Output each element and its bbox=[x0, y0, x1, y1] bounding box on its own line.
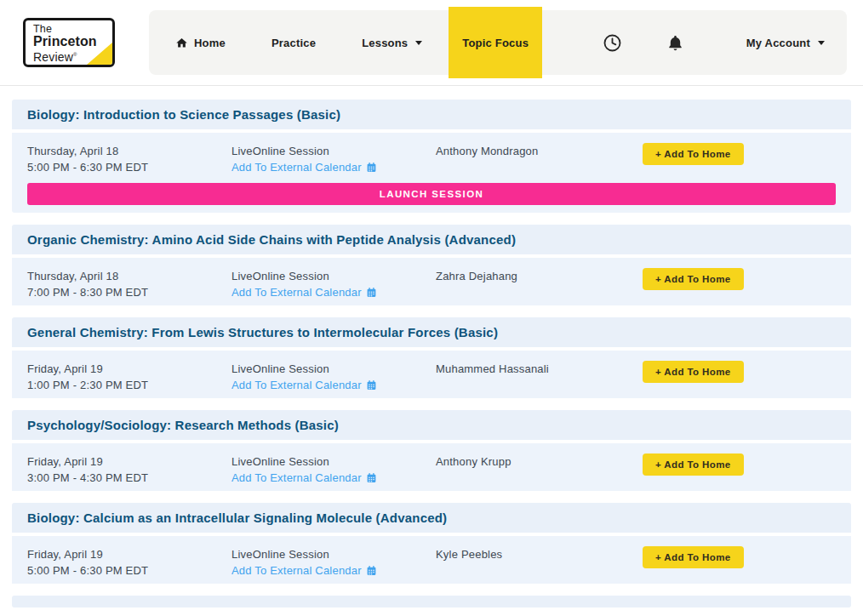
nav-item-lessons-label: Lessons bbox=[362, 37, 408, 49]
session-time: 7:00 PM - 8:30 PM EDT bbox=[27, 284, 231, 300]
session-date: Friday, April 19 bbox=[27, 453, 231, 470]
session-datetime: Friday, April 19 1:00 PM - 2:30 PM EDT bbox=[27, 361, 231, 393]
clock-icon bbox=[603, 33, 622, 53]
session-title: Psychology/Sociology: Research Methods (… bbox=[12, 410, 851, 440]
session-details: Thursday, April 18 5:00 PM - 6:30 PM EDT… bbox=[12, 133, 851, 180]
calendar-icon bbox=[366, 162, 377, 173]
session-delivery: LiveOnline Session Add To External Calen… bbox=[231, 361, 436, 393]
nav-item-topic-focus-label: Topic Focus bbox=[462, 37, 529, 49]
session-card: Organic Chemistry: Amino Acid Side Chain… bbox=[12, 225, 851, 305]
session-title: Organic Chemistry: Amino Acid Side Chain… bbox=[12, 225, 851, 254]
session-type: LiveOnline Session bbox=[231, 453, 436, 470]
session-time: 5:00 PM - 6:30 PM EDT bbox=[27, 562, 231, 579]
notifications-button[interactable] bbox=[661, 29, 689, 57]
session-date: Friday, April 19 bbox=[27, 361, 231, 377]
session-details: Friday, April 19 5:00 PM - 6:30 PM EDT L… bbox=[12, 536, 851, 584]
session-instructor: Anthony Krupp bbox=[436, 453, 643, 486]
add-to-external-calendar-label: Add To External Calendar bbox=[231, 470, 362, 486]
add-to-external-calendar-link[interactable]: Add To External Calendar bbox=[231, 470, 377, 486]
launch-session-button[interactable]: LAUNCH SESSION bbox=[27, 183, 836, 205]
session-instructor: Muhammed Hassanali bbox=[436, 361, 643, 393]
session-time: 3:00 PM - 4:30 PM EDT bbox=[27, 470, 231, 486]
calendar-icon bbox=[366, 287, 377, 298]
session-delivery: LiveOnline Session Add To External Calen… bbox=[231, 453, 436, 486]
session-details: Thursday, April 18 7:00 PM - 8:30 PM EDT… bbox=[12, 258, 851, 305]
home-icon bbox=[175, 37, 188, 49]
calendar-icon bbox=[366, 472, 377, 483]
calendar-icon bbox=[366, 565, 377, 576]
main-nav: Home Practice Lessons Topic Focus bbox=[149, 10, 847, 75]
princeton-review-logo[interactable]: The Princeton Review® bbox=[23, 18, 115, 67]
session-details: Friday, April 19 3:00 PM - 4:30 PM EDT L… bbox=[12, 443, 851, 491]
nav-item-practice-label: Practice bbox=[271, 37, 316, 49]
session-title: General Chemistry: From Lewis Structures… bbox=[12, 317, 851, 347]
session-card: Biology: Introduction to Science Passage… bbox=[12, 100, 851, 213]
session-type: LiveOnline Session bbox=[231, 361, 436, 377]
session-time: 5:00 PM - 6:30 PM EDT bbox=[27, 159, 231, 175]
session-title: Biology: Calcium as an Intracellular Sig… bbox=[12, 503, 851, 533]
my-account-menu[interactable]: My Account bbox=[723, 37, 843, 49]
session-date: Friday, April 19 bbox=[27, 546, 231, 562]
nav-item-topic-focus[interactable]: Topic Focus bbox=[449, 7, 542, 78]
logo-yellow-triangle bbox=[87, 43, 112, 65]
session-card: Biology: Calcium as an Intracellular Sig… bbox=[12, 503, 851, 584]
nav-item-home[interactable]: Home bbox=[152, 37, 249, 49]
session-title: Biology: Introduction to Science Passage… bbox=[12, 100, 851, 129]
session-delivery: LiveOnline Session Add To External Calen… bbox=[231, 268, 436, 300]
session-type: LiveOnline Session bbox=[231, 268, 436, 284]
session-instructor: Kyle Peebles bbox=[436, 546, 643, 579]
add-to-external-calendar-link[interactable]: Add To External Calendar bbox=[231, 284, 377, 300]
session-instructor: Zahra Dejahang bbox=[436, 268, 643, 300]
session-cards-container: Biology: Introduction to Science Passage… bbox=[12, 100, 851, 584]
add-to-home-button[interactable]: + Add To Home bbox=[643, 361, 744, 383]
session-card: General Chemistry: From Lewis Structures… bbox=[12, 317, 851, 398]
add-to-external-calendar-link[interactable]: Add To External Calendar bbox=[231, 377, 377, 393]
session-delivery: LiveOnline Session Add To External Calen… bbox=[231, 143, 436, 175]
session-instructor: Anthony Mondragon bbox=[436, 143, 643, 175]
nav-item-lessons[interactable]: Lessons bbox=[339, 37, 445, 49]
session-datetime: Thursday, April 18 7:00 PM - 8:30 PM EDT bbox=[27, 268, 231, 300]
session-type: LiveOnline Session bbox=[231, 143, 436, 159]
session-list: Biology: Introduction to Science Passage… bbox=[0, 86, 863, 607]
add-to-external-calendar-link[interactable]: Add To External Calendar bbox=[231, 562, 377, 579]
session-type: LiveOnline Session bbox=[231, 546, 436, 562]
registered-mark: ® bbox=[73, 52, 77, 57]
session-card: Psychology/Sociology: Research Methods (… bbox=[12, 410, 851, 491]
add-to-home-button[interactable]: + Add To Home bbox=[643, 453, 744, 476]
session-details: Friday, April 19 1:00 PM - 2:30 PM EDT L… bbox=[12, 351, 851, 398]
session-time: 1:00 PM - 2:30 PM EDT bbox=[27, 377, 231, 393]
add-to-external-calendar-link[interactable]: Add To External Calendar bbox=[231, 159, 377, 175]
chevron-down-icon bbox=[415, 41, 422, 45]
add-to-external-calendar-label: Add To External Calendar bbox=[231, 284, 362, 300]
session-date: Thursday, April 18 bbox=[27, 268, 231, 284]
add-to-external-calendar-label: Add To External Calendar bbox=[231, 562, 362, 579]
app-header: The Princeton Review® Home Practice Less… bbox=[0, 0, 863, 86]
history-button[interactable] bbox=[597, 28, 627, 58]
launch-row: LAUNCH SESSION bbox=[12, 180, 851, 213]
chevron-down-icon bbox=[818, 41, 825, 45]
add-to-external-calendar-label: Add To External Calendar bbox=[231, 159, 362, 175]
session-delivery: LiveOnline Session Add To External Calen… bbox=[231, 546, 436, 579]
session-datetime: Friday, April 19 3:00 PM - 4:30 PM EDT bbox=[27, 453, 231, 486]
session-datetime: Thursday, April 18 5:00 PM - 6:30 PM EDT bbox=[27, 143, 231, 175]
session-date: Thursday, April 18 bbox=[27, 143, 231, 159]
partial-card-title-strip bbox=[12, 596, 851, 607]
add-to-external-calendar-label: Add To External Calendar bbox=[231, 377, 362, 393]
add-to-home-button[interactable]: + Add To Home bbox=[643, 268, 744, 290]
session-datetime: Friday, April 19 5:00 PM - 6:30 PM EDT bbox=[27, 546, 231, 579]
calendar-icon bbox=[366, 379, 377, 391]
my-account-label: My Account bbox=[746, 37, 810, 49]
next-session-card-partial bbox=[12, 596, 851, 607]
nav-item-practice[interactable]: Practice bbox=[249, 37, 339, 49]
add-to-home-button[interactable]: + Add To Home bbox=[643, 546, 744, 568]
nav-item-home-label: Home bbox=[194, 37, 226, 49]
add-to-home-button[interactable]: + Add To Home bbox=[643, 143, 744, 165]
bell-icon bbox=[666, 34, 684, 52]
